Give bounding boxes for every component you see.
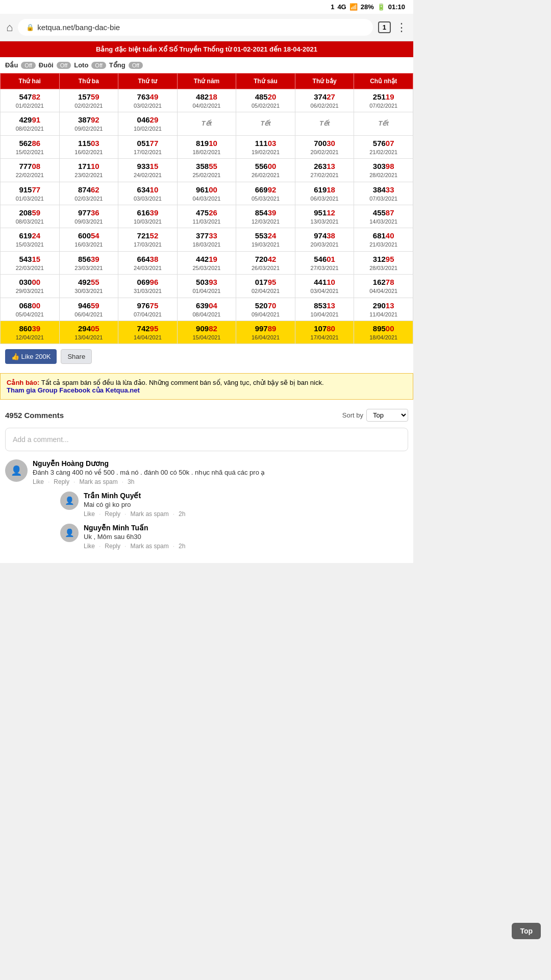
table-cell: 7215217/03/2021 xyxy=(118,228,178,251)
table-cell: 5478201/02/2021 xyxy=(1,89,60,112)
table-cell: 7204226/03/2021 xyxy=(236,251,295,274)
table-cell: 3129528/03/2021 xyxy=(354,251,413,274)
table-cell: 4852005/02/2021 xyxy=(236,89,295,112)
table-row: 8603912/04/20212940513/04/20217429514/04… xyxy=(1,321,413,344)
fb-like-button[interactable]: 👍 Like 200K xyxy=(5,349,57,364)
table-cell: 1711023/02/2021 xyxy=(59,159,118,182)
col-header-thu-bay: Thứ bảy xyxy=(295,74,354,89)
table-cell: 9773609/03/2021 xyxy=(59,205,118,228)
table-cell: 8603912/04/2021 xyxy=(1,321,60,344)
table-cell: 5628615/02/2021 xyxy=(1,135,60,158)
table-cell: 6643824/03/2021 xyxy=(118,251,178,274)
lock-icon: 🔒 xyxy=(26,23,34,31)
table-cell: 6699205/03/2021 xyxy=(236,182,295,205)
table-cell: 4752611/03/2021 xyxy=(177,205,236,228)
table-cell: 6192415/03/2021 xyxy=(1,228,60,251)
table-cell: 9157701/03/2021 xyxy=(1,182,60,205)
table-cell: 0179502/04/2021 xyxy=(236,275,295,298)
reply-action[interactable]: Reply xyxy=(54,478,69,485)
table-cell: Tết xyxy=(295,112,354,135)
like-action[interactable]: Like xyxy=(84,543,95,550)
comment-time: 2h xyxy=(179,543,185,550)
comment-text: Uk , Môm sau 6h30 xyxy=(84,533,408,541)
comments-header: 4952 Comments Sort by Top Newest xyxy=(5,409,408,422)
toggle-dau-state[interactable]: Off xyxy=(21,62,35,69)
table-cell: 1575902/02/2021 xyxy=(59,89,118,112)
table-cell: 7634903/02/2021 xyxy=(118,89,178,112)
like-action[interactable]: Like xyxy=(84,510,95,518)
table-row: 5431522/03/20218563923/03/20216643824/03… xyxy=(1,251,413,274)
table-cell: 3742706/02/2021 xyxy=(295,89,354,112)
spam-action[interactable]: Mark as spam xyxy=(130,543,168,550)
url-bar[interactable]: 🔒 ketqua.net/bang-dac-bie xyxy=(18,19,372,36)
status-bar: 1 4G 📶 28% 🔋 01:10 xyxy=(0,0,413,14)
table-cell: 0462910/02/2021 xyxy=(118,112,178,135)
table-row: 2085908/03/20219773609/03/20216163910/03… xyxy=(1,205,413,228)
table-cell: 8563923/03/2021 xyxy=(59,251,118,274)
toggle-tong-state[interactable]: Off xyxy=(129,62,143,69)
table-row: 7770822/02/20211711023/02/20219331524/02… xyxy=(1,159,413,182)
table-cell: 1627804/04/2021 xyxy=(354,275,413,298)
comment-text: Mai có gì ko pro xyxy=(84,501,408,508)
table-cell: 8531310/04/2021 xyxy=(295,298,354,321)
fb-share-button[interactable]: Share xyxy=(61,349,92,364)
table-cell: 1078017/04/2021 xyxy=(295,321,354,344)
menu-dots-icon[interactable]: ⋮ xyxy=(396,21,407,34)
toggle-dau-label: Đầu xyxy=(5,61,18,69)
table-cell: 6390408/04/2021 xyxy=(177,298,236,321)
reply-action[interactable]: Reply xyxy=(105,543,120,550)
comment-input-box[interactable]: Add a comment... xyxy=(5,428,408,451)
tab-count[interactable]: 1 xyxy=(378,21,391,33)
signal-icon: 📶 xyxy=(349,3,358,11)
home-icon[interactable]: ⌂ xyxy=(6,21,13,34)
spam-action[interactable]: Mark as spam xyxy=(130,510,168,518)
sort-select[interactable]: Top Newest xyxy=(366,409,408,422)
table-cell: 2940513/04/2021 xyxy=(59,321,118,344)
spam-action[interactable]: Mark as spam xyxy=(79,478,117,485)
comment-body: Nguyễn Hoàng Dương Đánh 3 càng 400 nó về… xyxy=(33,459,408,550)
table-row: 0680005/04/20219465906/04/20219767507/04… xyxy=(1,298,413,321)
toggle-duoi-state[interactable]: Off xyxy=(57,62,71,69)
banner: Bảng đặc biệt tuần Xổ Số Truyền Thống từ… xyxy=(0,41,413,57)
table-cell: 1150316/02/2021 xyxy=(59,135,118,158)
comments-section: 4952 Comments Sort by Top Newest Add a c… xyxy=(0,404,413,563)
col-header-thu-hai: Thứ hai xyxy=(1,74,60,89)
table-cell: 9098215/04/2021 xyxy=(177,321,236,344)
warning-link[interactable]: Tham gia Group Facebook của Ketqua.net xyxy=(7,386,140,394)
table-row: 9157701/03/20218746202/03/20216341003/03… xyxy=(1,182,413,205)
table-cell: 4558714/03/2021 xyxy=(354,205,413,228)
comment-text: Đánh 3 càng 400 nó về 500 . má nó . đánh… xyxy=(33,469,408,476)
warning-box: Cảnh báo: Tất cả spam bán số đều là lừa … xyxy=(0,373,413,400)
table-row: 6192415/03/20216005416/03/20217215217/03… xyxy=(1,228,413,251)
sort-label: Sort by xyxy=(342,411,363,419)
table-cell: 8746202/03/2021 xyxy=(59,182,118,205)
table-cell: 3879209/02/2021 xyxy=(59,112,118,135)
battery-text: 28% xyxy=(361,3,374,11)
toggle-loto-state[interactable]: Off xyxy=(91,62,106,69)
comment-time: 3h xyxy=(128,478,134,485)
like-action[interactable]: Like xyxy=(33,478,44,485)
comment-actions: Like · Reply · Mark as spam · 2h xyxy=(84,543,408,550)
table-cell: 7429514/04/2021 xyxy=(118,321,178,344)
sim-indicator: 1 xyxy=(331,3,334,11)
reply-action[interactable]: Reply xyxy=(105,510,120,518)
table-cell: 5039301/04/2021 xyxy=(177,275,236,298)
comment-name: Nguyễn Minh Tuấn xyxy=(84,524,408,532)
lottery-table: Thứ hai Thứ ba Thứ tư Thứ năm Thứ sáu Th… xyxy=(0,73,413,344)
table-cell: 4299108/02/2021 xyxy=(1,112,60,135)
warning-title: Cảnh báo: xyxy=(7,379,39,386)
table-cell: 6005416/03/2021 xyxy=(59,228,118,251)
table-cell: 5760721/02/2021 xyxy=(354,135,413,158)
col-header-thu-nam: Thứ năm xyxy=(177,74,236,89)
comment-name: Nguyễn Hoàng Dương xyxy=(33,459,408,468)
table-cell: 8543912/03/2021 xyxy=(236,205,295,228)
table-row: 4299108/02/20213879209/02/20210462910/02… xyxy=(1,112,413,135)
table-cell: 2631327/02/2021 xyxy=(295,159,354,182)
col-header-thu-sau: Thứ sáu xyxy=(236,74,295,89)
table-cell: Tết xyxy=(177,112,236,135)
table-cell: 1110319/02/2021 xyxy=(236,135,295,158)
table-cell: 2511907/02/2021 xyxy=(354,89,413,112)
table-cell: 9743820/03/2021 xyxy=(295,228,354,251)
table-cell: 3773318/03/2021 xyxy=(177,228,236,251)
table-cell: 0699631/03/2021 xyxy=(118,275,178,298)
